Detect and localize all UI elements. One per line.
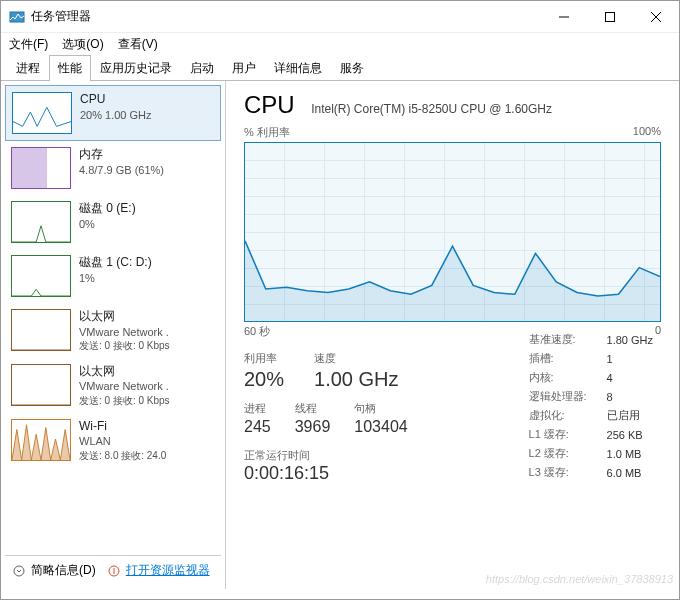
chart-ymax: 100%	[633, 125, 661, 140]
tab-0[interactable]: 进程	[7, 55, 49, 81]
sidebar-item-disk0[interactable]: 磁盘 0 (E:)0%	[5, 195, 221, 249]
window-title: 任务管理器	[31, 8, 541, 25]
menu-view[interactable]: 查看(V)	[118, 36, 158, 53]
cpu-info-table: 基准速度:1.80 GHz插槽:1内核:4逻辑处理器:8虚拟化:已启用L1 缓存…	[527, 329, 661, 483]
app-icon	[9, 9, 25, 25]
sidebar-item-eth0[interactable]: 以太网VMware Network .发送: 0 接收: 0 Kbps	[5, 303, 221, 358]
virtualization-row: 虚拟化:已启用	[529, 407, 659, 424]
sidebar-item-mem[interactable]: 内存4.8/7.9 GB (61%)	[5, 141, 221, 195]
sidebar: CPU20% 1.00 GHz 内存4.8/7.9 GB (61%) 磁盘 0 …	[1, 81, 226, 589]
svg-rect-2	[606, 12, 615, 21]
menubar: 文件(F) 选项(O) 查看(V)	[1, 33, 679, 55]
axis-left: 60 秒	[244, 324, 270, 339]
titlebar: 任务管理器	[1, 1, 679, 33]
main-title: CPU	[244, 91, 295, 119]
main-panel: CPU Intel(R) Core(TM) i5-8250U CPU @ 1.6…	[226, 81, 679, 589]
tab-bar: 进程性能应用历史记录启动用户详细信息服务	[1, 55, 679, 81]
cpu-chart	[244, 142, 661, 322]
mini-chart-eth0	[11, 309, 71, 351]
mini-chart-wifi	[11, 419, 71, 461]
tab-5[interactable]: 详细信息	[265, 55, 331, 81]
open-resmon-link[interactable]: 打开资源监视器	[126, 562, 210, 579]
less-details-link[interactable]: 简略信息(D)	[31, 562, 96, 579]
maximize-button[interactable]	[587, 1, 633, 33]
mini-chart-mem	[11, 147, 71, 189]
sidebar-item-eth1[interactable]: 以太网VMware Network .发送: 0 接收: 0 Kbps	[5, 358, 221, 413]
tab-3[interactable]: 启动	[181, 55, 223, 81]
close-button[interactable]	[633, 1, 679, 33]
collapse-icon[interactable]	[13, 564, 25, 576]
tab-2[interactable]: 应用历史记录	[91, 55, 181, 81]
tab-6[interactable]: 服务	[331, 55, 373, 81]
sidebar-item-wifi[interactable]: Wi-FiWLAN发送: 8.0 接收: 24.0	[5, 413, 221, 468]
resmon-icon	[108, 564, 120, 578]
svg-point-5	[14, 566, 24, 576]
mini-chart-eth1	[11, 364, 71, 406]
menu-options[interactable]: 选项(O)	[62, 36, 103, 53]
menu-file[interactable]: 文件(F)	[9, 36, 48, 53]
chart-ylabel: % 利用率	[244, 125, 290, 140]
cpu-model: Intel(R) Core(TM) i5-8250U CPU @ 1.60GHz	[311, 102, 552, 116]
mini-chart-cpu	[12, 92, 72, 134]
mini-chart-disk0	[11, 201, 71, 243]
watermark: https://blog.csdn.net/weixin_37838913	[486, 573, 673, 585]
sidebar-item-disk1[interactable]: 磁盘 1 (C: D:)1%	[5, 249, 221, 303]
tab-4[interactable]: 用户	[223, 55, 265, 81]
sidebar-item-cpu[interactable]: CPU20% 1.00 GHz	[5, 85, 221, 141]
tab-1[interactable]: 性能	[49, 55, 91, 81]
minimize-button[interactable]	[541, 1, 587, 33]
mini-chart-disk1	[11, 255, 71, 297]
footer-bar: 简略信息(D) 打开资源监视器	[5, 555, 221, 585]
